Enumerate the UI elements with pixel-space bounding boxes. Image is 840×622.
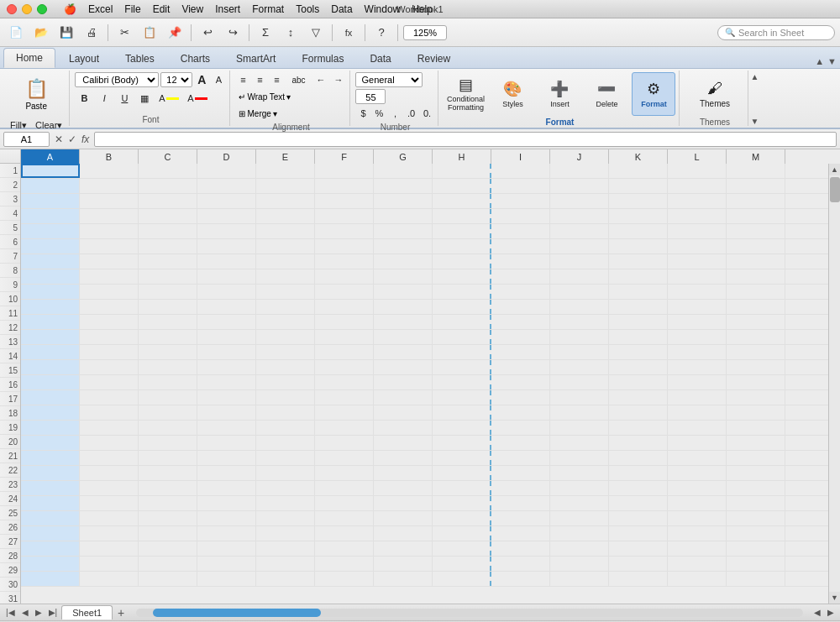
cell-J1[interactable]	[550, 164, 609, 178]
font-color-button[interactable]: A	[184, 91, 211, 106]
comma-button[interactable]: ,	[387, 106, 402, 121]
menu-tools[interactable]: Tools	[296, 3, 319, 15]
col-header-G[interactable]: G	[374, 149, 433, 164]
col-header-J[interactable]: J	[550, 149, 609, 164]
formula-button[interactable]: fx	[338, 22, 360, 44]
fill-color-button[interactable]: A	[155, 91, 182, 106]
col-header-H[interactable]: H	[433, 149, 491, 164]
cell-L1[interactable]	[668, 164, 727, 178]
styles-button[interactable]: 🎨 Styles	[491, 72, 534, 116]
hscroll-left[interactable]: ◀	[811, 607, 823, 618]
decrease-decimal-button[interactable]: 0.	[419, 106, 434, 121]
tab-formulas[interactable]: Formulas	[289, 49, 356, 68]
minimize-button[interactable]	[22, 4, 32, 14]
add-sheet-button[interactable]: +	[114, 606, 128, 619]
menu-insert[interactable]: Insert	[215, 3, 240, 15]
menu-format[interactable]: Format	[252, 3, 284, 15]
sheet-nav-last[interactable]: ▶|	[46, 607, 60, 618]
tab-layout[interactable]: Layout	[56, 49, 112, 68]
cell-A2[interactable]	[21, 179, 80, 193]
cancel-formula-button[interactable]: ✕	[53, 133, 65, 145]
print-button[interactable]: 🖨	[81, 22, 102, 44]
scroll-up-button[interactable]: ▲	[829, 164, 841, 175]
font-size-select[interactable]: 12	[160, 72, 192, 87]
menu-excel[interactable]: Excel	[88, 3, 113, 15]
cell-M1[interactable]	[727, 164, 785, 178]
col-header-A[interactable]: A	[21, 149, 80, 164]
cut-button[interactable]: ✂	[113, 22, 135, 44]
menu-edit[interactable]: Edit	[153, 3, 171, 15]
paste-button[interactable]: 📌	[164, 22, 186, 44]
border-button[interactable]: ▦	[135, 91, 154, 106]
clear-button[interactable]: Clear▾	[32, 118, 66, 133]
ribbon-expand-bottom[interactable]: ▼	[750, 117, 759, 126]
fill-button[interactable]: Fill▾	[7, 118, 30, 133]
horizontal-scrollbar-thumb[interactable]	[153, 609, 321, 617]
grid-scroll[interactable]	[21, 164, 828, 587]
hscroll-right[interactable]: ▶	[825, 607, 837, 618]
col-header-F[interactable]: F	[315, 149, 374, 164]
tab-data[interactable]: Data	[357, 49, 403, 68]
percent-button[interactable]: %	[371, 106, 386, 121]
indent-dec-button[interactable]: ←	[312, 72, 328, 87]
bold-button[interactable]: B	[75, 91, 93, 106]
vertical-scrollbar[interactable]: ▲ ▼	[828, 164, 840, 604]
menu-view[interactable]: View	[181, 3, 203, 15]
delete-button-ribbon[interactable]: ➖ Delete	[585, 72, 628, 116]
align-left-button[interactable]: ≡	[235, 72, 250, 87]
indent-inc-button[interactable]: →	[330, 72, 346, 87]
ribbon-expand-controls[interactable]: ▲ ▼	[815, 56, 837, 68]
merge-dropdown[interactable]: ▾	[273, 109, 277, 118]
menu-data[interactable]: Data	[331, 3, 352, 15]
col-header-E[interactable]: E	[256, 149, 315, 164]
paste-button-ribbon[interactable]: 📋 Paste	[17, 72, 55, 116]
tab-smartart[interactable]: SmartArt	[223, 49, 288, 68]
scroll-track[interactable]	[829, 175, 840, 592]
maximize-button[interactable]	[37, 4, 47, 14]
copy-button[interactable]: 📋	[139, 22, 160, 44]
col-header-I[interactable]: I	[491, 149, 550, 164]
cell-D1[interactable]	[197, 164, 256, 178]
scroll-thumb[interactable]	[830, 177, 840, 202]
tab-charts[interactable]: Charts	[168, 49, 223, 68]
horizontal-scrollbar[interactable]	[136, 609, 803, 617]
italic-button[interactable]: I	[95, 91, 113, 106]
currency-button[interactable]: $	[355, 106, 370, 121]
merge-button[interactable]: ⊞ Merge ▾	[235, 106, 280, 121]
font-name-select[interactable]: Calibri (Body)	[75, 72, 159, 87]
underline-button[interactable]: U	[115, 91, 134, 106]
ribbon-collapse-icon[interactable]: ▲	[815, 56, 824, 66]
zoom-display[interactable]: 125%	[403, 25, 447, 40]
insert-button-ribbon[interactable]: ➕ Insert	[538, 72, 581, 116]
ribbon-expand-top[interactable]: ▲	[750, 72, 759, 81]
sheet-nav-first[interactable]: |◀	[3, 607, 18, 618]
tab-home[interactable]: Home	[3, 48, 55, 68]
close-button[interactable]	[7, 4, 17, 14]
search-bar[interactable]: 🔍 Search in Sheet	[717, 25, 835, 40]
cell-F1[interactable]	[315, 164, 374, 178]
apple-menu[interactable]: 🍎	[64, 3, 76, 15]
col-header-L[interactable]: L	[668, 149, 727, 164]
help-button[interactable]: ?	[370, 22, 392, 44]
cell-I1[interactable]	[491, 164, 550, 178]
confirm-formula-button[interactable]: ✓	[66, 133, 78, 145]
col-header-D[interactable]: D	[197, 149, 256, 164]
wrap-text-dropdown[interactable]: ▾	[286, 92, 291, 102]
col-header-M[interactable]: M	[727, 149, 785, 164]
tab-review[interactable]: Review	[405, 49, 463, 68]
col-header-K[interactable]: K	[609, 149, 668, 164]
align-center-button[interactable]: ≡	[252, 72, 267, 87]
sheet-nav-prev[interactable]: ◀	[19, 607, 31, 618]
new-button[interactable]: 📄	[5, 22, 27, 44]
redo-button[interactable]: ↪	[222, 22, 244, 44]
sheet-tab-sheet1[interactable]: Sheet1	[61, 605, 113, 619]
scroll-down-button[interactable]: ▼	[829, 592, 841, 604]
sheet-nav-next[interactable]: ▶	[33, 607, 45, 618]
format-button-ribbon[interactable]: ⚙ Format	[632, 72, 675, 116]
decrease-font-button[interactable]: A	[211, 72, 226, 87]
themes-button[interactable]: 🖌 Themes	[693, 72, 737, 116]
tab-tables[interactable]: Tables	[113, 49, 167, 68]
sum-button[interactable]: Σ	[255, 22, 276, 44]
increase-font-button[interactable]: A	[194, 72, 209, 87]
save-button[interactable]: 💾	[55, 22, 77, 44]
